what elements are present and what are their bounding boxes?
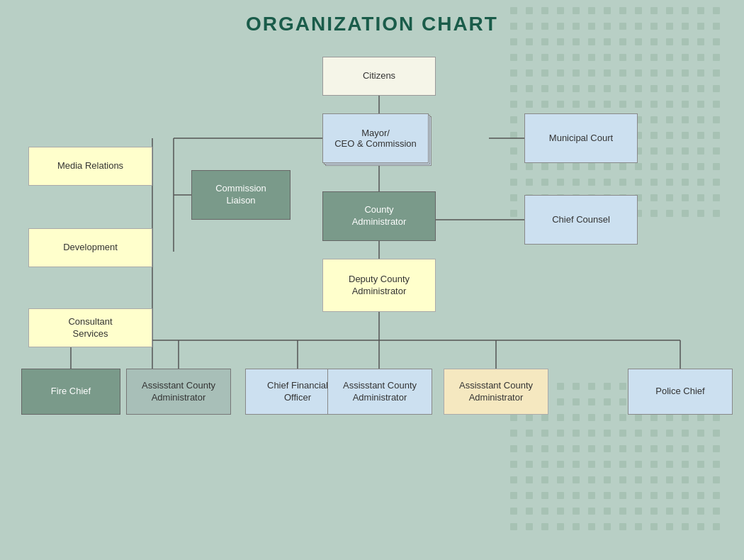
citizens-box: Citizens bbox=[322, 57, 436, 96]
asst-county-admin-1-box: Assisstant County Administrator bbox=[126, 369, 231, 415]
asst-county-admin-3-box: Assisstant County Administrator bbox=[444, 369, 548, 415]
media-relations-box: Media Relations bbox=[28, 147, 152, 186]
commission-liaison-box: Commission Liaison bbox=[191, 170, 291, 220]
deputy-county-admin-box: Deputy County Administrator bbox=[322, 259, 436, 312]
municipal-court-box: Municipal Court bbox=[524, 113, 638, 163]
chart-area: Citizens Mayor/ CEO & Commission Municip… bbox=[0, 43, 744, 560]
asst-county-admin-2-box: Assisstant County Administrator bbox=[327, 369, 432, 415]
page-title: ORGANIZATION CHART bbox=[0, 0, 744, 43]
chief-counsel-box: Chief Counsel bbox=[524, 195, 638, 245]
county-administrator-box: County Administrator bbox=[322, 191, 436, 241]
consultant-services-box: Consultant Services bbox=[28, 308, 152, 347]
development-box: Development bbox=[28, 228, 152, 267]
police-chief-box: Police Chief bbox=[628, 369, 733, 415]
fire-chief-box: Fire Chief bbox=[21, 369, 120, 415]
